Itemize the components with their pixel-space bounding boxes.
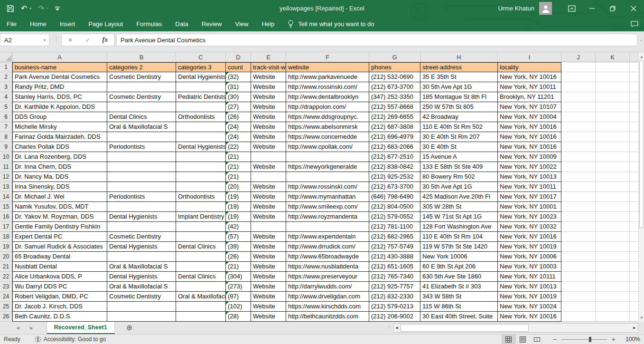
cell-I20[interactable]: New York, NY 10006 <box>498 252 561 262</box>
cell-I22[interactable]: New York, NY 10111 <box>498 272 561 282</box>
cell-B8[interactable] <box>107 132 176 142</box>
cell-G6[interactable]: (212) 269-6655 <box>369 112 420 122</box>
row-header-6[interactable]: 6 <box>0 112 12 122</box>
cell-G10[interactable]: (212) 677-2510 <box>369 152 420 162</box>
cell-F10[interactable] <box>286 152 369 162</box>
cell-I6[interactable]: New York, NY 10004 <box>498 112 561 122</box>
ribbon-tab-home[interactable]: Home <box>23 17 53 31</box>
column-header-H[interactable]: H <box>420 52 498 62</box>
row-header-18[interactable]: 18 <box>0 232 12 242</box>
cell-K14[interactable] <box>596 192 630 202</box>
name-box[interactable]: A2 ▾ <box>0 34 49 46</box>
new-sheet-icon[interactable]: ⊕ <box>126 324 132 332</box>
ribbon-tab-insert[interactable]: Insert <box>53 17 82 31</box>
vertical-scrollbar[interactable]: ▲ ▼ <box>638 52 644 322</box>
cell-C8[interactable] <box>176 132 226 142</box>
accessibility-status[interactable]: Accessibility: Good to go <box>35 336 106 343</box>
cell-I23[interactable]: New York, NY 10013 <box>498 282 561 292</box>
cell-D10[interactable]: (21) <box>226 152 251 162</box>
cell-F5[interactable]: http://drappolon.com/ <box>286 102 369 112</box>
cell-H15[interactable]: 305 W 28th St <box>420 202 498 212</box>
cell-F12[interactable] <box>286 172 369 182</box>
cell-B2[interactable]: Cosmetic Dentistry <box>107 72 176 82</box>
cell-F16[interactable]: http://www.royzmandenta <box>286 212 369 222</box>
cell-H26[interactable]: 30 East 40th Street, Suite <box>420 312 498 322</box>
cell-J6[interactable] <box>561 112 596 122</box>
cell-C23[interactable] <box>176 282 226 292</box>
cell-J12[interactable] <box>561 172 596 182</box>
cell-K25[interactable] <box>596 302 630 312</box>
cell-C4[interactable]: Pediatric Dentists <box>176 92 226 102</box>
cell-D11[interactable]: (21) <box>226 162 251 172</box>
redo-button[interactable]: ↷ <box>38 5 44 12</box>
enter-icon[interactable]: ✓ <box>85 37 90 44</box>
cell-F13[interactable]: http://www.rossinski.com/ <box>286 182 369 192</box>
cell-H20[interactable]: New York 10006 <box>420 252 498 262</box>
cell-H21[interactable]: 60 E 9th St Apt 206 <box>420 262 498 272</box>
cell-K9[interactable] <box>596 142 630 152</box>
cell-A1[interactable]: business-name <box>12 62 107 72</box>
cell-D15[interactable]: (19) <box>226 202 251 212</box>
cell-C17[interactable] <box>176 222 226 232</box>
page-break-preview-icon[interactable] <box>530 334 544 344</box>
cell-D16[interactable]: (19) <box>226 212 251 222</box>
cell-F22[interactable]: https://www.preserveyour <box>286 272 369 282</box>
row-header-11[interactable]: 11 <box>0 162 12 172</box>
cell-J7[interactable] <box>561 122 596 132</box>
cell-I17[interactable]: New York, NY 10032 <box>498 222 561 232</box>
formula-input[interactable]: Park Avenue Dental Cosmetics <box>116 34 637 46</box>
cell-C26[interactable] <box>176 312 226 322</box>
cell-F17[interactable] <box>286 222 369 232</box>
cell-D20[interactable]: (26) <box>226 252 251 262</box>
cell-D22[interactable]: (304) <box>226 272 251 282</box>
column-header-J[interactable]: J <box>561 52 596 62</box>
cell-D23[interactable]: (273) <box>226 282 251 292</box>
scroll-right-icon[interactable]: ▶ <box>631 324 638 332</box>
cell-H18[interactable]: 110 E 40th St Rm 104 <box>420 232 498 242</box>
cell-C21[interactable] <box>176 262 226 272</box>
cell-J17[interactable] <box>561 222 596 232</box>
cell-A14[interactable]: Dr. Michael J. Wei <box>12 192 107 202</box>
cell-A23[interactable]: Wu Darryl DDS PC <box>12 282 107 292</box>
customize-qat-icon[interactable] <box>55 6 60 11</box>
cell-G15[interactable]: (212) 804-0500 <box>369 202 420 212</box>
zoom-slider[interactable] <box>561 339 607 340</box>
cell-I25[interactable]: New York, NY 10024 <box>498 302 561 312</box>
row-header-3[interactable]: 3 <box>0 82 12 92</box>
row-header-23[interactable]: 23 <box>0 282 12 292</box>
column-header-I[interactable]: I <box>498 52 561 62</box>
cell-D25[interactable]: (102) <box>226 302 251 312</box>
cell-C12[interactable] <box>176 172 226 182</box>
formula-bar-splitter[interactable]: ⋮ <box>53 35 59 42</box>
row-header-12[interactable]: 12 <box>0 172 12 182</box>
cell-A22[interactable]: Alice Urbankova DDS, P <box>12 272 107 282</box>
cell-H2[interactable]: 35 E 35th St <box>420 72 498 82</box>
cell-H8[interactable]: 30 E 40th St Rm 207 <box>420 132 498 142</box>
cell-E26[interactable]: Website <box>251 312 286 322</box>
cell-A2[interactable]: Park Avenue Dental Cosmetics <box>12 72 107 82</box>
cell-D17[interactable]: (42) <box>226 222 251 232</box>
cell-I19[interactable]: New York, NY 10019 <box>498 242 561 252</box>
avatar[interactable] <box>539 2 552 15</box>
row-header-4[interactable]: 4 <box>0 92 12 102</box>
cell-B26[interactable] <box>107 312 176 322</box>
cell-C24[interactable]: Oral & Maxillofacial <box>176 292 226 302</box>
cell-G21[interactable]: (212) 651-1605 <box>369 262 420 272</box>
cell-G22[interactable]: (212) 765-7340 <box>369 272 420 282</box>
cell-C10[interactable] <box>176 152 226 162</box>
cell-G16[interactable]: (212) 579-0552 <box>369 212 420 222</box>
cell-I21[interactable]: New York, NY 10003 <box>498 262 561 272</box>
cell-D1[interactable]: count <box>226 62 251 72</box>
cell-J18[interactable] <box>561 232 596 242</box>
cell-B7[interactable]: Oral & Maxillofacial S <box>107 122 176 132</box>
close-button[interactable] <box>623 0 644 17</box>
cell-B21[interactable]: Oral & Maxillofacial S <box>107 262 176 272</box>
cell-G26[interactable]: (212) 206-9002 <box>369 312 420 322</box>
cell-A18[interactable]: Expert Dental PC <box>12 232 107 242</box>
cell-C5[interactable] <box>176 102 226 112</box>
cell-G1[interactable]: phones <box>369 62 420 72</box>
cell-A16[interactable]: Dr. Yakov M. Royzman, DDS <box>12 212 107 222</box>
cell-K1[interactable] <box>596 62 630 72</box>
row-header-2[interactable]: 2 <box>0 72 12 82</box>
cell-B20[interactable] <box>107 252 176 262</box>
